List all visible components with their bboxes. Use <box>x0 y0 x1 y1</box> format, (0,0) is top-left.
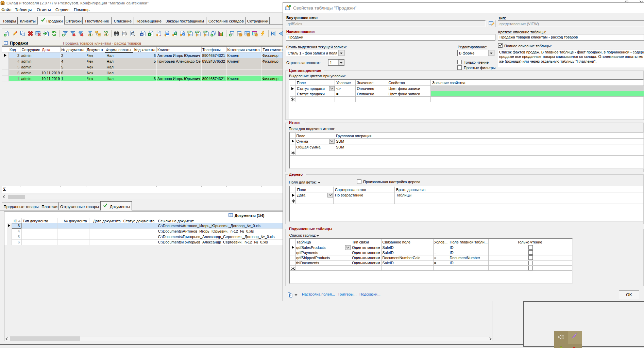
svg-text:W: W <box>166 32 169 35</box>
svg-text:X: X <box>174 32 176 35</box>
svg-text:X: X <box>149 33 151 36</box>
svg-text:e: e <box>183 33 184 36</box>
svg-text:CSV: CSV <box>188 31 191 33</box>
svg-text:SQL: SQL <box>104 31 109 34</box>
svg-text:TXT: TXT <box>196 31 199 33</box>
svg-text:W: W <box>141 33 143 36</box>
svg-text:XML: XML <box>203 31 207 33</box>
svg-text:A: A <box>159 34 161 37</box>
